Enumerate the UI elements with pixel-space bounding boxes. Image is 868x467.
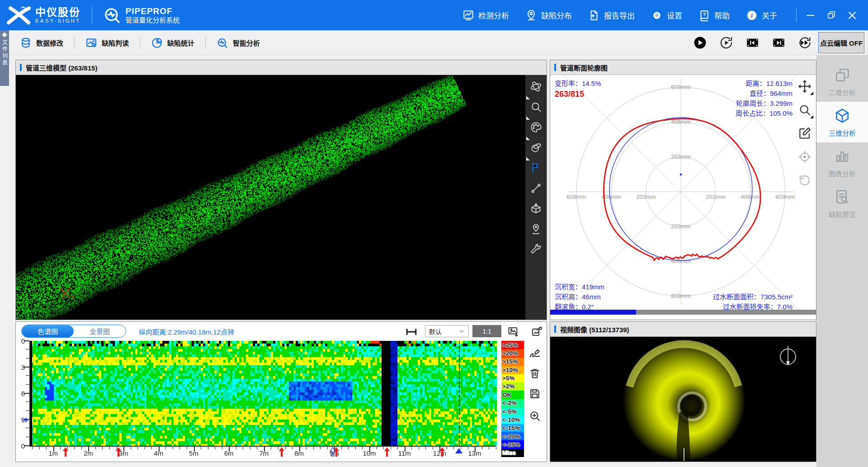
menu-defect-distribution[interactable]: 缺陷分布	[525, 9, 572, 21]
map-pin-icon	[525, 9, 537, 21]
3d-tool-flag-button[interactable]	[530, 162, 542, 174]
red-defect-marker[interactable]	[62, 447, 69, 458]
chevron-down-icon	[458, 328, 465, 335]
legend-<-5%: <-5%	[501, 407, 524, 415]
pointcloud-3d-view[interactable]	[16, 75, 525, 320]
pipe-video-frame[interactable]	[550, 337, 816, 462]
menu-report-export[interactable]: 报告导出	[588, 9, 635, 21]
pie-icon	[151, 37, 163, 49]
toolbar-separator	[205, 37, 206, 49]
image-save-button[interactable]	[507, 325, 519, 338]
tab-panorama[interactable]: 全景图	[74, 325, 126, 337]
x-tick	[131, 447, 131, 449]
x-tick	[453, 447, 454, 449]
database-icon	[20, 37, 32, 49]
legend-<-10%: <-10%	[501, 415, 524, 424]
width-ruler-button[interactable]	[406, 326, 417, 338]
red-defect-marker[interactable]	[439, 447, 446, 458]
y-tick	[26, 437, 29, 437]
menu-settings[interactable]: 设置	[651, 9, 682, 21]
x-tick-label: 6m	[224, 449, 234, 457]
spectrum-heatmap[interactable]	[30, 341, 497, 446]
spectrum-save-disk-button[interactable]	[528, 387, 541, 400]
svg-text:203mm: 203mm	[671, 153, 690, 160]
spectrum-pen-sign-button[interactable]	[528, 347, 541, 360]
close-button[interactable]	[844, 8, 860, 23]
tab-spectrum[interactable]: 色谱图	[22, 325, 74, 337]
replay-icon	[719, 36, 733, 50]
target-icon	[798, 150, 811, 164]
restore-button[interactable]	[824, 8, 839, 23]
x-tick	[179, 447, 180, 449]
minimize-button[interactable]	[803, 8, 818, 23]
legend->20%: >20%	[501, 349, 524, 357]
3d-tool-box-export-button[interactable]	[530, 203, 542, 215]
3d-tool-locate-pin-button[interactable]	[530, 223, 542, 235]
brand-logo: 中仪股份 EASY-SIGHT PIPEPROF 管道量化分析系统	[0, 5, 180, 26]
cross-tool-edit-box-button[interactable]	[798, 127, 811, 140]
preset-select[interactable]: 默认	[425, 325, 469, 337]
playback-replay-button[interactable]	[719, 36, 733, 50]
3d-tool-wrench-button[interactable]	[530, 243, 542, 255]
playback-frame-next-button[interactable]	[772, 36, 786, 50]
red-defect-marker[interactable]	[333, 447, 340, 458]
3d-tool-orbit-button[interactable]	[530, 80, 542, 93]
x-tick-label: 10m	[363, 449, 376, 457]
toolbar-data-edit-button[interactable]: 数据修改	[16, 37, 67, 49]
position-triangle-marker[interactable]	[455, 447, 462, 455]
cross-tool-move-button[interactable]	[798, 80, 811, 93]
x-tick	[292, 447, 292, 449]
panel-video-title: 视频图像 (5112/13739)	[560, 325, 629, 334]
video-content[interactable]	[550, 337, 816, 462]
product-subtitle: 管道量化分析系统	[126, 16, 180, 24]
gear-icon	[651, 9, 663, 21]
toolbar-defect-reading-button[interactable]: 缺陷判读	[82, 37, 132, 49]
menu-about[interactable]: i关于	[746, 9, 777, 21]
3d-tool-render-sphere-button[interactable]	[530, 142, 542, 154]
3d-tool-measure-button[interactable]	[530, 182, 542, 194]
menu-detect-analysis[interactable]: 检测分析	[462, 9, 509, 21]
toolbar-defect-stats-button[interactable]: 缺陷统计	[147, 37, 198, 49]
sidebar-item-analysis-2d[interactable]: 二维分析	[816, 61, 868, 102]
cursor-position-line[interactable]	[459, 341, 460, 447]
red-defect-marker[interactable]	[115, 447, 122, 458]
doc-search-icon	[834, 189, 851, 206]
move-icon	[798, 80, 811, 93]
sidebar-item-analysis-chart[interactable]: 图表分析	[816, 142, 868, 183]
y-tick	[26, 428, 29, 428]
menu-help[interactable]: ?帮助	[698, 9, 730, 21]
playback-ffwd-button[interactable]	[798, 36, 812, 50]
product-logo-icon	[103, 6, 121, 24]
sidebar-item-analysis-3d[interactable]: 三维分析	[816, 102, 868, 142]
x-tick	[271, 447, 271, 449]
x-tick	[355, 447, 356, 449]
cross-tool-target-button[interactable]	[798, 150, 811, 164]
svg-text:609mm: 609mm	[566, 193, 586, 200]
sidebar-item-defect-preview[interactable]: 缺陷预览	[816, 183, 868, 224]
red-defect-marker[interactable]	[278, 447, 285, 458]
spectrum-trash-button[interactable]	[528, 367, 541, 380]
x-tick-label: 8m	[294, 449, 304, 457]
spectrum-zoom-plus-button[interactable]	[528, 410, 541, 422]
3d-tool-magnifier-button[interactable]	[530, 101, 542, 113]
toolbar-separator	[74, 37, 75, 49]
save-disk-icon	[528, 387, 541, 400]
cross-tool-magnifier-button[interactable]	[798, 103, 811, 117]
toolbar-smart-analysis-button[interactable]: 智能分析	[213, 37, 264, 49]
3d-tool-palette-button[interactable]	[530, 121, 542, 133]
panel-3d-content[interactable]	[16, 75, 547, 320]
flyout-indicator	[810, 115, 813, 118]
red-defect-marker[interactable]	[383, 447, 391, 458]
frame-progress-bar[interactable]	[550, 310, 816, 315]
file-list-tab[interactable]: 文件列表	[0, 30, 9, 86]
cross-section-plot[interactable]: 203mm203mm203mm203mm406mm406mm406mm406mm…	[550, 75, 816, 315]
scale-1-1-button[interactable]: 1:1	[472, 325, 501, 337]
playback-frame-prev-button[interactable]	[745, 36, 760, 50]
palette-icon	[530, 121, 542, 133]
frame-progress-fill	[550, 310, 636, 315]
pointcloud-edit-toggle[interactable]: 点云编辑 OFF	[818, 32, 864, 53]
playback-play-button[interactable]	[693, 36, 707, 50]
image-export-button[interactable]	[531, 325, 543, 338]
smart-scope-icon	[217, 37, 228, 49]
cross-tool-rotate-ccw-button[interactable]	[798, 174, 811, 187]
